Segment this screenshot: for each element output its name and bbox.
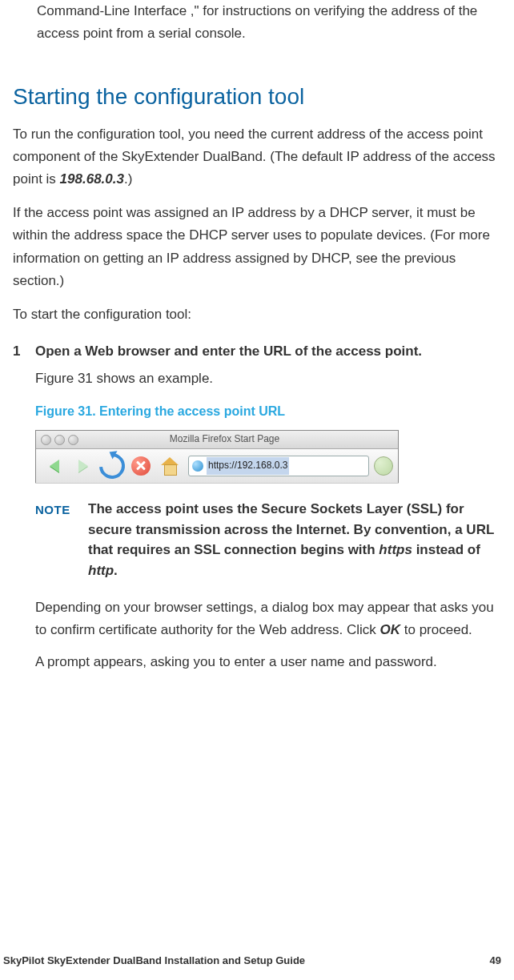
paragraph-1b: .): [124, 171, 132, 187]
ok-label: OK: [380, 622, 401, 637]
browser-titlebar: Mozilla Firefox Start Page: [36, 431, 398, 449]
globe-icon: [192, 460, 203, 472]
reload-button[interactable]: [98, 454, 126, 478]
forward-arrow-icon: [78, 460, 88, 472]
reload-icon: [94, 448, 130, 484]
intro-tail-paragraph: Command-Line Interface ," for instructio…: [37, 0, 501, 45]
note-https: https: [379, 542, 412, 557]
browser-screenshot: Mozilla Firefox Start Page https://192.1…: [35, 430, 399, 483]
window-controls: [36, 435, 83, 445]
note-mid: instead of: [412, 542, 480, 557]
figure-caption: Figure 31. Entering the access point URL: [35, 401, 501, 422]
go-button[interactable]: [374, 456, 393, 476]
browser-toolbar: https://192.168.0.3: [36, 449, 398, 483]
paragraph-3: To start the configuration tool:: [13, 303, 501, 326]
paragraph-2: If the access point was assigned an IP a…: [13, 202, 501, 291]
after-note-b: to proceed.: [400, 622, 472, 637]
page-footer: SkyPilot SkyExtender DualBand Installati…: [0, 952, 514, 969]
footer-page-number: 49: [490, 952, 501, 969]
back-arrow-icon: [50, 460, 59, 472]
stop-button[interactable]: [127, 454, 155, 478]
after-note-paragraph-1: Depending on your browser settings, a di…: [35, 596, 501, 641]
note-block: NOTE The access point uses the Secure So…: [35, 499, 501, 580]
home-button[interactable]: [156, 454, 183, 478]
close-dot-icon: [41, 435, 51, 445]
note-http: http: [88, 563, 114, 578]
forward-button[interactable]: [70, 454, 97, 478]
note-label: NOTE: [35, 499, 77, 580]
browser-window-title: Mozilla Firefox Start Page: [83, 432, 398, 448]
paragraph-1: To run the configuration tool, you need …: [13, 123, 501, 191]
minimize-dot-icon: [54, 435, 65, 445]
url-text: https://192.168.0.3: [207, 457, 289, 475]
section-heading: Starting the configuration tool: [13, 78, 501, 115]
back-button[interactable]: [41, 454, 68, 478]
after-note-paragraph-2: A prompt appears, asking you to enter a …: [35, 651, 501, 673]
note-text: The access point uses the Secure Sockets…: [88, 499, 501, 580]
home-icon: [159, 457, 180, 475]
step-1: 1 Open a Web browser and enter the URL o…: [13, 340, 501, 363]
zoom-dot-icon: [68, 435, 78, 445]
stop-icon: [131, 456, 151, 476]
default-ip: 198.68.0.3: [60, 171, 124, 187]
note-end: .: [114, 563, 118, 578]
step-1-text: Open a Web browser and enter the URL of …: [35, 340, 501, 363]
step-1-subtext: Figure 31 shows an example.: [35, 368, 501, 390]
footer-title: SkyPilot SkyExtender DualBand Installati…: [3, 952, 305, 969]
step-1-number: 1: [13, 340, 35, 363]
url-field[interactable]: https://192.168.0.3: [188, 456, 369, 476]
